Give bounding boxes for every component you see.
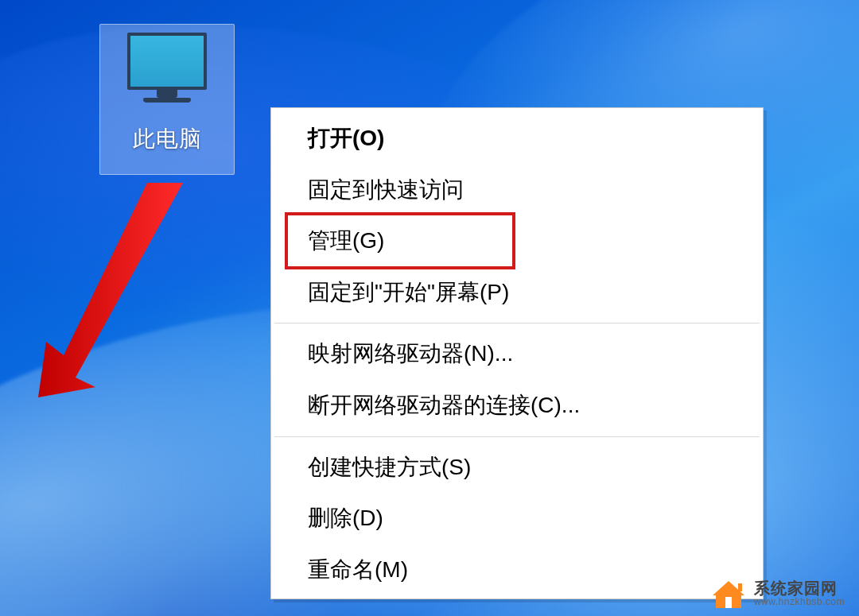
menu-separator [274, 436, 760, 437]
watermark-url: www.hnzkhbsb.com [754, 597, 845, 607]
menu-item-disconnect-drive[interactable]: 断开网络驱动器的连接(C)... [271, 380, 763, 432]
watermark: 系统家园网 www.hnzkhbsb.com [711, 578, 845, 610]
menu-item-pin-quick-access[interactable]: 固定到快速访问 [271, 165, 763, 216]
menu-item-rename[interactable]: 重命名(M) [271, 544, 763, 596]
house-icon [711, 578, 746, 610]
menu-item-map-drive[interactable]: 映射网络驱动器(N)... [271, 328, 763, 380]
desktop-icon-this-pc[interactable]: 此电脑 [99, 24, 235, 175]
context-menu: 打开(O) 固定到快速访问 管理(G) 固定到"开始"屏幕(P) 映射网络驱动器… [270, 107, 764, 599]
this-pc-icon [127, 33, 207, 108]
menu-item-open[interactable]: 打开(O) [271, 113, 763, 165]
menu-item-delete[interactable]: 删除(D) [271, 493, 763, 544]
svg-rect-0 [738, 583, 742, 591]
menu-item-pin-start[interactable]: 固定到"开始"屏幕(P) [271, 267, 763, 319]
menu-item-create-shortcut[interactable]: 创建快捷方式(S) [271, 442, 763, 494]
menu-separator [274, 323, 760, 323]
svg-rect-1 [725, 597, 732, 608]
desktop-icon-label: 此电脑 [133, 124, 202, 154]
menu-item-manage[interactable]: 管理(G) [271, 215, 763, 267]
watermark-title: 系统家园网 [754, 580, 838, 597]
